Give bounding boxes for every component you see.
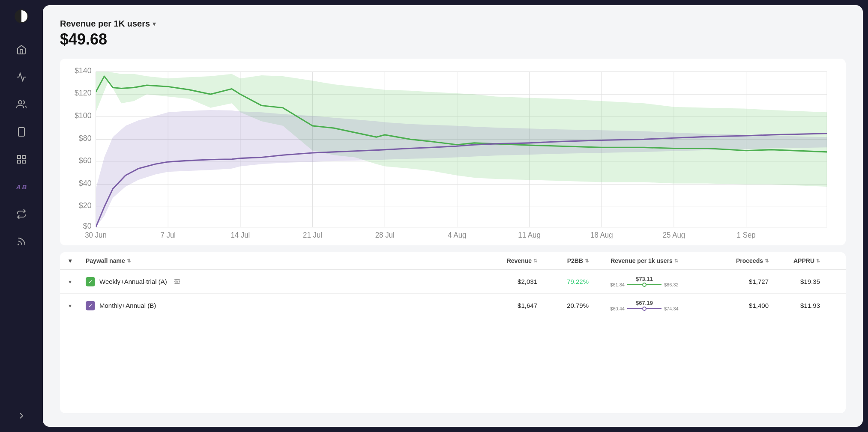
p2bb-label: P2BB bbox=[567, 257, 583, 264]
row-b-range-high: $74.34 bbox=[664, 306, 679, 311]
chart-svg: $0 $20 $40 $60 $80 $100 $120 $140 30 Jun… bbox=[70, 67, 835, 238]
svg-text:11 Aug: 11 Aug bbox=[518, 230, 541, 238]
chart-title-dropdown-icon: ▾ bbox=[153, 20, 156, 28]
expand-header-icon: ▾ bbox=[69, 257, 72, 264]
column-appru[interactable]: APPRU ⇅ bbox=[769, 257, 820, 264]
revenue-per-1k-label: Revenue per 1k users bbox=[611, 257, 673, 264]
svg-text:$60: $60 bbox=[79, 156, 92, 165]
column-revenue[interactable]: Revenue ⇅ bbox=[469, 257, 537, 264]
sidebar-item-integrations[interactable] bbox=[14, 152, 29, 167]
svg-text:7 Jul: 7 Jul bbox=[160, 230, 176, 238]
row-a-proceeds: $1,727 bbox=[700, 278, 769, 285]
sidebar-item-collapse[interactable] bbox=[14, 408, 29, 423]
row-a-range: $73.11 $61.84 $86.32 bbox=[589, 276, 700, 287]
svg-rect-5 bbox=[22, 155, 25, 158]
svg-text:$100: $100 bbox=[75, 110, 92, 120]
chart-title-row[interactable]: Revenue per 1K users ▾ bbox=[60, 19, 846, 29]
table-row: ▾ ✓ Monthly+Annual (B) $1,647 20.79% $67… bbox=[60, 294, 846, 317]
svg-rect-6 bbox=[22, 160, 25, 163]
svg-text:$0: $0 bbox=[83, 221, 92, 230]
chart-area: $0 $20 $40 $60 $80 $100 $120 $140 30 Jun… bbox=[70, 67, 835, 238]
paywall-name-label: Paywall name bbox=[86, 257, 125, 264]
row-b-expand[interactable]: ▾ bbox=[69, 302, 86, 309]
row-a-appru: $19.35 bbox=[769, 278, 820, 285]
row-b-name: ✓ Monthly+Annual (B) bbox=[86, 301, 469, 310]
sidebar: A/B bbox=[0, 0, 43, 432]
row-b-range-row: $60.44 $74.34 bbox=[610, 306, 678, 311]
appru-label: APPRU bbox=[793, 257, 814, 264]
table-row: ▾ ✓ Weekly+Annual-trial (A) 🖼 $2,031 79.… bbox=[60, 270, 846, 294]
row-b-range: $67.19 $60.44 $74.34 bbox=[589, 300, 700, 311]
appru-sort-icon[interactable]: ⇅ bbox=[816, 258, 820, 264]
svg-rect-7 bbox=[18, 160, 21, 163]
svg-point-1 bbox=[18, 101, 22, 104]
revenue-sort-icon[interactable]: ⇅ bbox=[533, 258, 537, 264]
chart-container: $0 $20 $40 $60 $80 $100 $120 $140 30 Jun… bbox=[60, 59, 846, 245]
column-p2bb[interactable]: P2BB ⇅ bbox=[537, 257, 589, 264]
row-a-checkbox[interactable]: ✓ bbox=[86, 277, 95, 286]
row-a-p2bb: 79.22% bbox=[537, 278, 589, 285]
column-expand: ▾ bbox=[69, 257, 86, 264]
proceeds-label: Proceeds bbox=[736, 257, 763, 264]
svg-text:$80: $80 bbox=[79, 133, 92, 143]
row-a-range-row: $61.84 $86.32 bbox=[610, 282, 678, 287]
chart-header: Revenue per 1K users ▾ $49.68 bbox=[60, 19, 846, 55]
svg-text:28 Jul: 28 Jul bbox=[375, 230, 395, 238]
svg-text:21 Jul: 21 Jul bbox=[303, 230, 322, 238]
svg-text:14 Jul: 14 Jul bbox=[230, 230, 250, 238]
chart-value: $49.68 bbox=[60, 30, 846, 48]
svg-text:25 Aug: 25 Aug bbox=[663, 230, 685, 238]
svg-text:$40: $40 bbox=[79, 178, 92, 188]
revenue-per-1k-sort-icon[interactable]: ⇅ bbox=[674, 258, 678, 264]
svg-text:4 Aug: 4 Aug bbox=[448, 230, 466, 238]
sidebar-item-ab-test[interactable]: A/B bbox=[14, 179, 29, 194]
row-a-range-low: $61.84 bbox=[610, 282, 625, 287]
row-a-revenue: $2,031 bbox=[469, 278, 537, 285]
paywall-name-sort-icon[interactable]: ⇅ bbox=[127, 258, 131, 264]
revenue-label: Revenue bbox=[507, 257, 532, 264]
row-b-revenue: $1,647 bbox=[469, 302, 537, 309]
row-b-range-low: $60.44 bbox=[610, 306, 625, 311]
svg-text:$120: $120 bbox=[75, 88, 92, 98]
svg-text:18 Aug: 18 Aug bbox=[590, 230, 613, 238]
row-b-appru: $11.93 bbox=[769, 302, 820, 309]
p2bb-sort-icon[interactable]: ⇅ bbox=[585, 258, 589, 264]
column-revenue-per-1k[interactable]: Revenue per 1k users ⇅ bbox=[589, 257, 700, 264]
row-a-name: ✓ Weekly+Annual-trial (A) 🖼 bbox=[86, 277, 469, 286]
svg-text:1 Sep: 1 Sep bbox=[737, 230, 756, 238]
row-a-expand[interactable]: ▾ bbox=[69, 278, 86, 285]
sidebar-item-home[interactable] bbox=[14, 42, 29, 57]
proceeds-sort-icon[interactable]: ⇅ bbox=[765, 258, 769, 264]
logo bbox=[14, 9, 29, 26]
row-b-range-main: $67.19 bbox=[636, 300, 653, 306]
row-b-checkbox[interactable]: ✓ bbox=[86, 301, 95, 310]
sidebar-item-transfer[interactable] bbox=[14, 206, 29, 222]
svg-text:$20: $20 bbox=[79, 201, 92, 210]
svg-text:$140: $140 bbox=[75, 67, 92, 75]
table-header: ▾ Paywall name ⇅ Revenue ⇅ P2BB ⇅ Revenu… bbox=[60, 252, 846, 270]
row-a-range-dot bbox=[642, 283, 647, 287]
column-more bbox=[820, 257, 837, 264]
row-b-name-text: Monthly+Annual (B) bbox=[99, 302, 156, 309]
row-b-proceeds: $1,400 bbox=[700, 302, 769, 309]
row-a-range-line bbox=[627, 284, 661, 285]
row-a-range-main: $73.11 bbox=[636, 276, 653, 282]
row-b-range-dot bbox=[642, 307, 647, 311]
chart-title: Revenue per 1K users bbox=[60, 19, 150, 29]
row-a-name-text: Weekly+Annual-trial (A) bbox=[99, 278, 167, 285]
column-proceeds[interactable]: Proceeds ⇅ bbox=[700, 257, 769, 264]
svg-rect-4 bbox=[18, 155, 21, 158]
row-b-p2bb: 20.79% bbox=[537, 302, 589, 309]
row-a-image-icon: 🖼 bbox=[174, 278, 180, 285]
sidebar-item-users[interactable] bbox=[14, 97, 29, 112]
row-b-range-line bbox=[627, 308, 661, 309]
svg-text:30 Jun: 30 Jun bbox=[85, 230, 107, 238]
column-paywall-name[interactable]: Paywall name ⇅ bbox=[86, 257, 469, 264]
row-a-range-high: $86.32 bbox=[664, 282, 679, 287]
table-section: ▾ Paywall name ⇅ Revenue ⇅ P2BB ⇅ Revenu… bbox=[60, 252, 846, 413]
svg-point-8 bbox=[18, 244, 19, 245]
main-content: Revenue per 1K users ▾ $49.68 bbox=[43, 5, 863, 427]
sidebar-item-analytics[interactable] bbox=[14, 69, 29, 85]
sidebar-item-devices[interactable] bbox=[14, 124, 29, 140]
sidebar-item-feeds[interactable] bbox=[14, 234, 29, 249]
